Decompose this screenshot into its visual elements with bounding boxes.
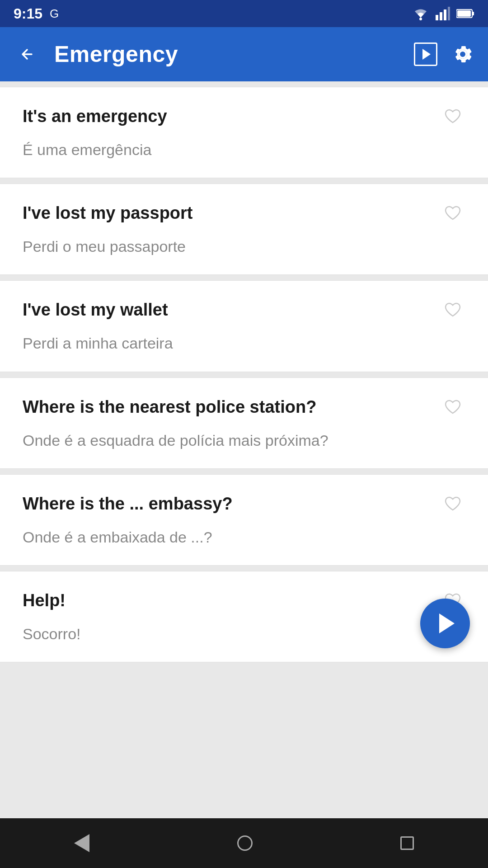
wifi-icon (412, 7, 429, 20)
status-bar: 9:15 G (0, 0, 488, 27)
play-button[interactable] (414, 42, 437, 66)
phrase-translation: Perdi a minha carteira (23, 333, 465, 353)
phrase-card-2[interactable]: I've lost my passport Perdi o meu passap… (0, 184, 488, 275)
status-bar-icons (412, 7, 474, 20)
play-square-icon[interactable] (414, 42, 437, 66)
heart-icon (444, 107, 462, 125)
phrase-translation: É uma emergência (23, 140, 465, 160)
svg-rect-4 (448, 7, 450, 20)
phrase-list: It's an emergency É uma emergência I've … (0, 81, 488, 818)
phrase-card-4[interactable]: Where is the nearest police station? Ond… (0, 377, 488, 469)
signal-icon (436, 7, 450, 20)
phrase-card-header: Where is the nearest police station? (23, 396, 465, 420)
app-bar-actions (414, 42, 474, 66)
phrase-english: Where is the ... embassy? (23, 493, 440, 515)
phrase-card-header: I've lost my passport (23, 202, 465, 226)
svg-point-0 (419, 18, 422, 20)
phrase-card-header: Where is the ... embassy? (23, 493, 465, 516)
svg-rect-6 (472, 12, 474, 15)
back-button[interactable] (14, 45, 41, 63)
app-bar: Emergency (0, 27, 488, 81)
nav-back-icon (74, 834, 89, 852)
heart-icon (444, 204, 462, 222)
phrase-english: I've lost my passport (23, 202, 440, 224)
svg-rect-2 (440, 12, 442, 20)
play-triangle-icon (422, 49, 431, 60)
status-time: 9:15 (14, 5, 42, 22)
battery-icon (456, 9, 474, 19)
phrase-card-header: I've lost my wallet (23, 299, 465, 322)
favorite-button[interactable] (440, 297, 465, 322)
phrase-translation: Perdi o meu passaporte (23, 236, 465, 256)
phrase-translation: Onde é a embaixada de ...? (23, 527, 465, 547)
svg-rect-1 (436, 15, 438, 20)
favorite-button[interactable] (440, 200, 465, 226)
phrase-card-1[interactable]: It's an emergency É uma emergência (0, 87, 488, 178)
phrase-card-header: It's an emergency (23, 105, 465, 129)
phrase-english: I've lost my wallet (23, 299, 440, 321)
page-title: Emergency (54, 41, 400, 67)
nav-home-button[interactable] (237, 835, 253, 851)
heart-icon (444, 495, 462, 513)
navigation-bar (0, 818, 488, 868)
nav-recent-button[interactable] (400, 836, 414, 850)
phrase-translation: Socorro! (23, 624, 465, 644)
heart-icon (444, 398, 462, 416)
phrase-english: Where is the nearest police station? (23, 396, 440, 418)
svg-rect-7 (457, 10, 471, 17)
phrase-english: It's an emergency (23, 105, 440, 127)
favorite-button[interactable] (440, 104, 465, 129)
phrase-card-5[interactable]: Where is the ... embassy? Onde é a embai… (0, 474, 488, 566)
favorite-button[interactable] (440, 491, 465, 516)
google-icon: G (50, 7, 59, 21)
phrase-card-6[interactable]: Help! Socorro! (0, 571, 488, 662)
heart-icon (444, 301, 462, 319)
favorite-button[interactable] (440, 394, 465, 420)
phrase-card-3[interactable]: I've lost my wallet Perdi a minha cartei… (0, 280, 488, 372)
nav-back-button[interactable] (74, 834, 89, 852)
fab-play-icon (439, 613, 455, 633)
gear-icon (451, 42, 474, 66)
play-fab-button[interactable] (420, 599, 470, 648)
nav-home-icon (237, 835, 253, 851)
phrase-translation: Onde é a esquadra de polícia mais próxim… (23, 430, 465, 450)
phrase-english: Help! (23, 590, 440, 612)
settings-button[interactable] (451, 42, 474, 66)
phrase-card-header: Help! (23, 590, 465, 613)
nav-recent-icon (400, 836, 414, 850)
svg-rect-3 (444, 9, 446, 20)
